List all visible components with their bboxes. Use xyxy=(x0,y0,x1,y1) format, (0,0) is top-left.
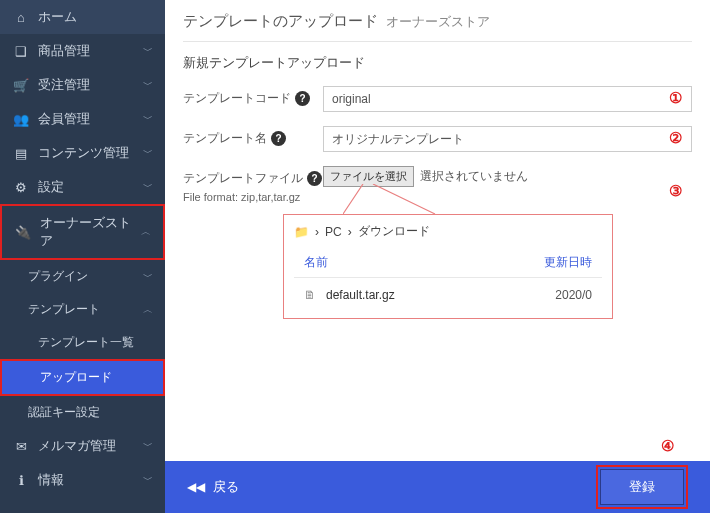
chevron-down-icon: ﹀ xyxy=(143,78,153,92)
label-template-code: テンプレートコード ? xyxy=(183,86,323,107)
sidebar: ⌂ ホーム ❑ 商品管理 ﹀ 🛒 受注管理 ﹀ 👥 会員管理 ﹀ ▤ コンテンツ… xyxy=(0,0,165,513)
file-dialog: 📁 › PC › ダウンロード 名前 更新日時 🗎 default.tar.gz… xyxy=(283,214,613,319)
sidebar-item-label: 設定 xyxy=(38,178,143,196)
info-icon: ℹ xyxy=(12,473,30,488)
sidebar-item-label: 情報 xyxy=(38,471,143,489)
chevron-down-icon: ﹀ xyxy=(143,270,153,284)
row-template-code: テンプレートコード ? ① xyxy=(183,86,692,112)
row-template-name: テンプレート名 ? ② xyxy=(183,126,692,152)
sidebar-item-member[interactable]: 👥 会員管理 ﹀ xyxy=(0,102,165,136)
input-wrap-name: ② xyxy=(323,126,692,152)
help-icon[interactable]: ? xyxy=(295,91,310,106)
sidebar-item-label: コンテンツ管理 xyxy=(38,144,143,162)
file-dialog-header: 名前 更新日時 xyxy=(294,248,602,278)
file-dialog-path: 📁 › PC › ダウンロード xyxy=(284,215,612,248)
sidebar-item-template-list[interactable]: テンプレート一覧 xyxy=(0,326,165,359)
sidebar-item-label: オーナーズストア xyxy=(40,214,141,250)
page-title: テンプレートのアップロード オーナーズストア xyxy=(165,0,710,41)
path-sep: › xyxy=(348,225,352,239)
file-date: 2020/0 xyxy=(555,288,592,302)
sidebar-item-upload[interactable]: アップロード xyxy=(0,359,165,396)
template-code-input[interactable] xyxy=(323,86,692,112)
plug-icon: 🔌 xyxy=(14,225,32,240)
sidebar-item-content[interactable]: ▤ コンテンツ管理 ﹀ xyxy=(0,136,165,170)
file-dialog-row[interactable]: 🗎 default.tar.gz 2020/0 xyxy=(294,282,602,308)
page-subtitle: オーナーズストア xyxy=(386,14,490,29)
connector-line xyxy=(343,184,443,216)
annotation-1: ① xyxy=(669,89,682,107)
chevron-down-icon: ﹀ xyxy=(143,180,153,194)
sidebar-item-label: 商品管理 xyxy=(38,42,143,60)
file-name: default.tar.gz xyxy=(326,288,555,302)
input-wrap-code: ① xyxy=(323,86,692,112)
content: 新規テンプレートアップロード テンプレートコード ? ① テンプレート名 ? ② xyxy=(165,41,710,461)
file-select-button[interactable]: ファイルを選択 xyxy=(323,166,414,187)
path-pc[interactable]: PC xyxy=(325,225,342,239)
sidebar-item-label: 受注管理 xyxy=(38,76,143,94)
sidebar-item-order[interactable]: 🛒 受注管理 ﹀ xyxy=(0,68,165,102)
submit-button[interactable]: 登録 xyxy=(600,469,684,505)
col-date[interactable]: 更新日時 xyxy=(544,254,592,271)
chevron-down-icon: ﹀ xyxy=(143,44,153,58)
panel-title: 新規テンプレートアップロード xyxy=(183,41,692,86)
input-wrap-file: ファイルを選択 選択されていません ③ 📁 › PC › ダウンロード xyxy=(323,166,692,187)
col-name[interactable]: 名前 xyxy=(304,254,544,271)
users-icon: 👥 xyxy=(12,112,30,127)
file-icon: 🗎 xyxy=(304,288,320,302)
template-name-input[interactable] xyxy=(323,126,692,152)
sidebar-item-label: 会員管理 xyxy=(38,110,143,128)
rewind-icon: ◀◀ xyxy=(187,480,205,494)
chevron-up-icon: ︿ xyxy=(141,225,151,239)
chevron-down-icon: ﹀ xyxy=(143,439,153,453)
sidebar-item-info[interactable]: ℹ 情報 ﹀ xyxy=(0,463,165,497)
chevron-down-icon: ﹀ xyxy=(143,146,153,160)
sidebar-item-label: テンプレート一覧 xyxy=(38,334,153,351)
annotation-3: ③ xyxy=(669,182,682,200)
back-button[interactable]: ◀◀ 戻る xyxy=(187,478,239,496)
sidebar-item-label: テンプレート xyxy=(28,301,143,318)
label-template-file: テンプレートファイル ? File format: zip,tar,tar.gz xyxy=(183,166,323,203)
sidebar-item-label: アップロード xyxy=(40,369,151,386)
sidebar-item-product[interactable]: ❑ 商品管理 ﹀ xyxy=(0,34,165,68)
sidebar-item-auth-key[interactable]: 認証キー設定 xyxy=(0,396,165,429)
help-icon[interactable]: ? xyxy=(307,171,322,186)
sidebar-item-plugin[interactable]: プラグイン ﹀ xyxy=(0,260,165,293)
sidebar-item-home[interactable]: ⌂ ホーム xyxy=(0,0,165,34)
sidebar-item-label: プラグイン xyxy=(28,268,143,285)
annotation-2: ② xyxy=(669,129,682,147)
sidebar-item-settings[interactable]: ⚙ 設定 ﹀ xyxy=(0,170,165,204)
sidebar-item-owners[interactable]: 🔌 オーナーズストア ︿ xyxy=(0,204,165,260)
sidebar-item-label: 認証キー設定 xyxy=(28,404,153,421)
file-none-text: 選択されていません xyxy=(420,168,528,185)
bottom-bar: ◀◀ 戻る 登録 xyxy=(165,461,710,513)
cart-icon: 🛒 xyxy=(12,78,30,93)
path-downloads[interactable]: ダウンロード xyxy=(358,223,430,240)
path-sep: › xyxy=(315,225,319,239)
content-icon: ▤ xyxy=(12,146,30,161)
row-template-file: テンプレートファイル ? File format: zip,tar,tar.gz… xyxy=(183,166,692,203)
submit-highlight: 登録 xyxy=(596,465,688,509)
chevron-down-icon: ﹀ xyxy=(143,112,153,126)
gear-icon: ⚙ xyxy=(12,180,30,195)
sidebar-item-label: メルマガ管理 xyxy=(38,437,143,455)
file-format-hint: File format: zip,tar,tar.gz xyxy=(183,191,323,203)
mail-icon: ✉ xyxy=(12,439,30,454)
sidebar-item-label: ホーム xyxy=(38,8,153,26)
home-icon: ⌂ xyxy=(12,10,30,25)
main-area: テンプレートのアップロード オーナーズストア 新規テンプレートアップロード テン… xyxy=(165,0,710,513)
sidebar-item-mailmag[interactable]: ✉ メルマガ管理 ﹀ xyxy=(0,429,165,463)
chevron-up-icon: ︿ xyxy=(143,303,153,317)
chevron-down-icon: ﹀ xyxy=(143,473,153,487)
folder-icon: 📁 xyxy=(294,225,309,239)
label-template-name: テンプレート名 ? xyxy=(183,126,323,147)
page-title-text: テンプレートのアップロード xyxy=(183,12,378,29)
sidebar-item-template[interactable]: テンプレート ︿ xyxy=(0,293,165,326)
help-icon[interactable]: ? xyxy=(271,131,286,146)
back-label: 戻る xyxy=(213,478,239,496)
cube-icon: ❑ xyxy=(12,44,30,59)
annotation-4: ④ xyxy=(661,437,674,455)
